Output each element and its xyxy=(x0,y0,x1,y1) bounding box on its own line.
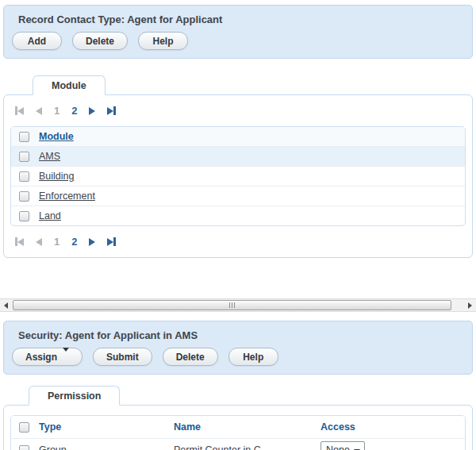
permission-table-header-row: Type Name Access xyxy=(11,416,465,438)
help-button-label: Help xyxy=(153,36,174,47)
scroll-left-icon[interactable] xyxy=(0,299,12,311)
help-button[interactable]: Help xyxy=(228,348,278,366)
scrollbar-thumb[interactable] xyxy=(13,300,451,310)
page-number-1: 1 xyxy=(54,236,60,248)
access-select-wrap: None xyxy=(321,441,365,450)
tab-module[interactable]: Module xyxy=(33,75,106,95)
module-link[interactable]: AMS xyxy=(39,151,60,162)
pagination-bottom: 1 2 xyxy=(4,226,472,257)
name-cell: Permit Counter in C... xyxy=(174,444,321,450)
name-column-header: Name xyxy=(174,421,321,433)
first-page-icon[interactable] xyxy=(15,106,24,115)
horizontal-scrollbar[interactable] xyxy=(0,298,476,312)
submit-button-label: Submit xyxy=(106,352,139,363)
module-column-header[interactable]: Module xyxy=(39,131,74,142)
assign-button-label: Assign xyxy=(25,352,57,363)
type-column-header: Type xyxy=(39,421,174,433)
module-link[interactable]: Building xyxy=(39,171,74,182)
module-table-header-row: Module xyxy=(11,127,465,146)
last-page-icon[interactable] xyxy=(107,106,116,115)
delete-button-label: Delete xyxy=(176,352,205,363)
last-page-icon[interactable] xyxy=(107,237,116,246)
module-panel: 1 2 Module AMS Building Enforcement Land… xyxy=(3,94,473,258)
row-checkbox[interactable] xyxy=(19,191,29,202)
select-all-checkbox[interactable] xyxy=(19,422,29,433)
security-title: Security: Agent for Applicant in AMS xyxy=(18,329,464,341)
delete-button-label: Delete xyxy=(86,36,114,47)
module-table: Module AMS Building Enforcement Land xyxy=(10,126,466,226)
tab-permission[interactable]: Permission xyxy=(29,386,120,406)
table-row[interactable]: Enforcement xyxy=(11,186,465,206)
scrollbar-track[interactable] xyxy=(12,299,464,311)
prev-page-icon[interactable] xyxy=(36,237,42,246)
access-select[interactable]: None xyxy=(321,442,364,450)
row-checkbox[interactable] xyxy=(19,171,29,182)
record-contact-type-header: Record Contact Type: Agent for Applicant… xyxy=(3,5,473,59)
access-cell: None xyxy=(321,441,457,450)
add-button[interactable]: Add xyxy=(12,32,62,50)
first-page-icon[interactable] xyxy=(15,237,24,246)
table-row[interactable]: Group Permit Counter in C... None xyxy=(11,438,465,450)
thumb-grip-icon xyxy=(229,302,230,308)
help-button[interactable]: Help xyxy=(138,32,188,50)
help-button-label: Help xyxy=(243,352,263,363)
permission-panel: Type Name Access Group Permit Counter in… xyxy=(3,405,473,450)
module-link[interactable]: Enforcement xyxy=(39,190,95,202)
pagination-top: 1 2 xyxy=(4,95,472,126)
next-page-icon[interactable] xyxy=(89,237,95,246)
toolbar: Add Delete Help xyxy=(12,32,464,50)
page-number-2[interactable]: 2 xyxy=(71,236,77,248)
add-button-label: Add xyxy=(28,36,46,47)
prev-page-icon[interactable] xyxy=(36,106,42,115)
submit-button[interactable]: Submit xyxy=(93,348,152,366)
page-title: Record Contact Type: Agent for Applicant xyxy=(18,13,464,25)
delete-button[interactable]: Delete xyxy=(72,32,128,50)
row-checkbox[interactable] xyxy=(19,211,29,221)
scroll-right-icon[interactable] xyxy=(464,299,476,311)
assign-menu-button[interactable]: Assign xyxy=(12,348,83,366)
permission-tab-row: Permission xyxy=(29,385,476,405)
select-all-checkbox[interactable] xyxy=(19,132,29,142)
page-number-2[interactable]: 2 xyxy=(71,105,77,117)
permission-table: Type Name Access Group Permit Counter in… xyxy=(10,415,466,450)
access-column-header: Access xyxy=(321,421,457,433)
thumb-grip-icon xyxy=(232,302,232,308)
delete-button[interactable]: Delete xyxy=(163,348,218,366)
module-tab-row: Module xyxy=(33,75,476,94)
thumb-grip-icon xyxy=(234,302,235,308)
row-checkbox[interactable] xyxy=(19,445,29,450)
security-header: Security: Agent for Applicant in AMS Ass… xyxy=(3,321,473,375)
table-row[interactable]: Land xyxy=(11,206,465,225)
type-cell: Group xyxy=(39,444,174,450)
security-toolbar: Assign Submit Delete Help xyxy=(12,348,464,366)
row-checkbox[interactable] xyxy=(19,152,29,162)
page-number-1: 1 xyxy=(54,105,60,117)
module-link[interactable]: Land xyxy=(39,210,61,221)
dropdown-caret-icon xyxy=(63,352,69,363)
table-row[interactable]: AMS xyxy=(11,146,465,166)
next-page-icon[interactable] xyxy=(89,106,95,115)
table-row[interactable]: Building xyxy=(11,166,465,186)
